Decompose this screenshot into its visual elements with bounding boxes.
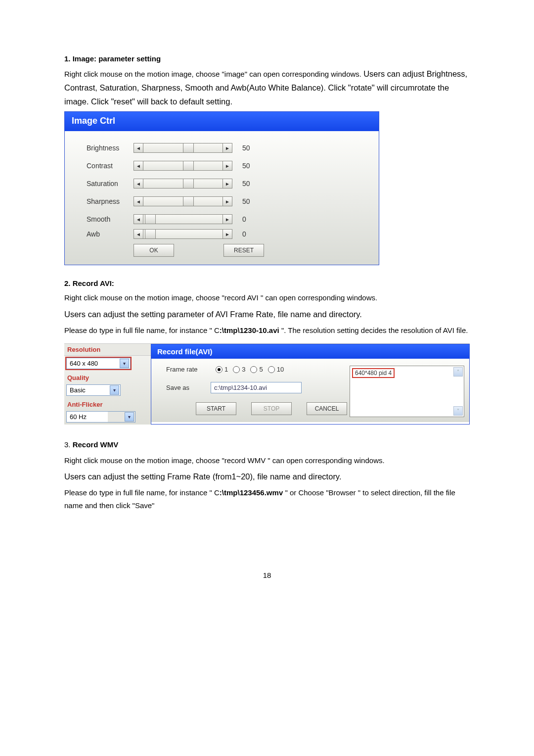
arrow-left-icon[interactable]: ◄ xyxy=(134,196,143,206)
brightness-value: 50 xyxy=(242,144,257,152)
saveas-label: Save as xyxy=(166,384,211,391)
framerate-radio-3[interactable] xyxy=(233,366,240,373)
section2-p3: Please do type in full file name, for in… xyxy=(64,324,470,337)
quality-header: Quality xyxy=(64,369,151,382)
start-button[interactable]: START xyxy=(196,402,236,415)
framerate-radio-10[interactable] xyxy=(268,366,275,373)
side-panel: Resolution 640 x 480 ▾ Quality Basic ▾ A… xyxy=(64,344,151,425)
sharpness-value: 50 xyxy=(242,197,257,205)
section2-p1: Right click mouse on the motion image, c… xyxy=(64,291,470,304)
antiflicker-select[interactable]: 60 Hz ▾ xyxy=(66,411,135,423)
image-ctrl-body: Brightness ◄ ► 50 Contrast ◄ ► 50 Satura… xyxy=(65,131,379,265)
contrast-label: Contrast xyxy=(87,162,134,170)
chevron-down-icon[interactable]: ▾ xyxy=(120,359,129,368)
s2-p3a: Please do type in full file name, for in… xyxy=(64,326,220,334)
s1-p1a: Right click mouse on the motion image, c… xyxy=(64,70,363,78)
saturation-scrollbar[interactable]: ◄ ► xyxy=(134,179,232,189)
fr-opt-3: 3 xyxy=(242,366,245,373)
section2-title: 2. Record AVI: xyxy=(64,279,470,287)
section3-p3: Please do type in full file name, for in… xyxy=(64,486,470,512)
record-avi-panel: Resolution 640 x 480 ▾ Quality Basic ▾ A… xyxy=(64,343,470,425)
arrow-left-icon[interactable]: ◄ xyxy=(134,229,143,239)
scroll-up-icon[interactable]: ˄ xyxy=(453,367,463,377)
arrow-left-icon[interactable]: ◄ xyxy=(134,179,143,189)
section3-title-line: 3. Record WMV xyxy=(64,438,470,451)
record-log: 640*480 pid 4 ˄ ˅ xyxy=(350,366,464,417)
slider-row-brightness: Brightness ◄ ► 50 xyxy=(87,143,365,153)
arrow-right-icon[interactable]: ► xyxy=(222,161,232,171)
framerate-radio-5[interactable] xyxy=(250,366,257,373)
brightness-scrollbar[interactable]: ◄ ► xyxy=(134,143,232,153)
awb-label: Awb xyxy=(87,230,134,238)
arrow-right-icon[interactable]: ► xyxy=(222,196,232,206)
section3-p2: Users can adjust the setting Frame Rate … xyxy=(64,470,470,483)
brightness-label: Brightness xyxy=(87,144,134,152)
awb-scrollbar[interactable]: ◄ ► xyxy=(134,229,232,239)
record-file-title: Record file(AVI) xyxy=(151,344,469,359)
section3-title: Record WMV xyxy=(73,440,119,449)
log-entry: 640*480 pid 4 xyxy=(352,368,395,378)
slider-row-contrast: Contrast ◄ ► 50 xyxy=(87,161,365,171)
arrow-right-icon[interactable]: ► xyxy=(222,179,232,189)
section3-p1: Right click mouse on the motion image, c… xyxy=(64,454,470,467)
section1-para: Right click mouse on the motion image, c… xyxy=(64,67,470,108)
fr-opt-10: 10 xyxy=(277,366,284,373)
saturation-value: 50 xyxy=(242,180,257,188)
contrast-value: 50 xyxy=(242,162,257,170)
record-file-dialog: Record file(AVI) 640*480 pid 4 ˄ ˅ Frame… xyxy=(151,344,470,425)
chevron-down-icon[interactable]: ▾ xyxy=(110,385,119,395)
arrow-left-icon[interactable]: ◄ xyxy=(134,161,143,171)
cancel-button[interactable]: CANCEL xyxy=(307,402,347,415)
sharpness-label: Sharpness xyxy=(87,197,134,205)
image-ctrl-title: Image Ctrl xyxy=(65,112,379,131)
image-ctrl-panel: Image Ctrl Brightness ◄ ► 50 Contrast ◄ … xyxy=(64,111,379,265)
s2-p3b: :\tmp\1230-10.avi xyxy=(220,326,279,334)
slider-row-awb: Awb ◄ ► 0 xyxy=(87,229,365,239)
antiflicker-value: 60 Hz xyxy=(70,413,87,421)
awb-value: 0 xyxy=(242,230,257,238)
resolution-select[interactable]: 640 x 480 ▾ xyxy=(66,358,131,369)
saveas-input[interactable]: c:\tmp\1234-10.avi xyxy=(211,382,302,393)
arrow-right-icon[interactable]: ► xyxy=(222,214,232,224)
section2-p2: Users can adjust the setting parameter o… xyxy=(64,307,470,321)
reset-button[interactable]: RESET xyxy=(223,244,264,257)
smooth-label: Smooth xyxy=(87,215,134,223)
saturation-label: Saturation xyxy=(87,180,134,188)
arrow-right-icon[interactable]: ► xyxy=(222,229,232,239)
resolution-value: 640 x 480 xyxy=(70,360,98,367)
smooth-scrollbar[interactable]: ◄ ► xyxy=(134,214,232,224)
resolution-header: Resolution xyxy=(64,344,151,356)
section1-title: 1. Image: parameter setting xyxy=(64,54,470,63)
chevron-down-icon[interactable]: ▾ xyxy=(125,412,134,422)
s3-p3a: Please do type in full file name, for in… xyxy=(64,488,220,497)
s2-p3c: ". The resolution setting decides the re… xyxy=(279,326,468,334)
arrow-left-icon[interactable]: ◄ xyxy=(134,214,143,224)
fr-opt-5: 5 xyxy=(259,366,263,373)
contrast-scrollbar[interactable]: ◄ ► xyxy=(134,161,232,171)
arrow-right-icon[interactable]: ► xyxy=(222,143,232,153)
slider-row-sharpness: Sharpness ◄ ► 50 xyxy=(87,196,365,206)
s3-p3b: :\tmp\123456.wmv xyxy=(220,488,283,497)
s3-pre: 3. xyxy=(64,440,73,449)
smooth-value: 0 xyxy=(242,215,257,223)
framerate-radio-1[interactable] xyxy=(216,366,222,373)
ok-button[interactable]: OK xyxy=(134,244,174,257)
slider-row-smooth: Smooth ◄ ► 0 xyxy=(87,214,365,224)
slider-row-saturation: Saturation ◄ ► 50 xyxy=(87,179,365,189)
stop-button[interactable]: STOP xyxy=(251,402,292,415)
antiflicker-header: Anti-Flicker xyxy=(64,396,151,409)
arrow-left-icon[interactable]: ◄ xyxy=(134,143,143,153)
framerate-label: Frame rate xyxy=(166,366,211,373)
page-number: 18 xyxy=(64,571,470,579)
quality-select[interactable]: Basic ▾ xyxy=(66,384,121,396)
fr-opt-1: 1 xyxy=(224,366,228,373)
scroll-down-icon[interactable]: ˅ xyxy=(453,406,463,416)
sharpness-scrollbar[interactable]: ◄ ► xyxy=(134,196,232,206)
quality-value: Basic xyxy=(70,386,86,394)
